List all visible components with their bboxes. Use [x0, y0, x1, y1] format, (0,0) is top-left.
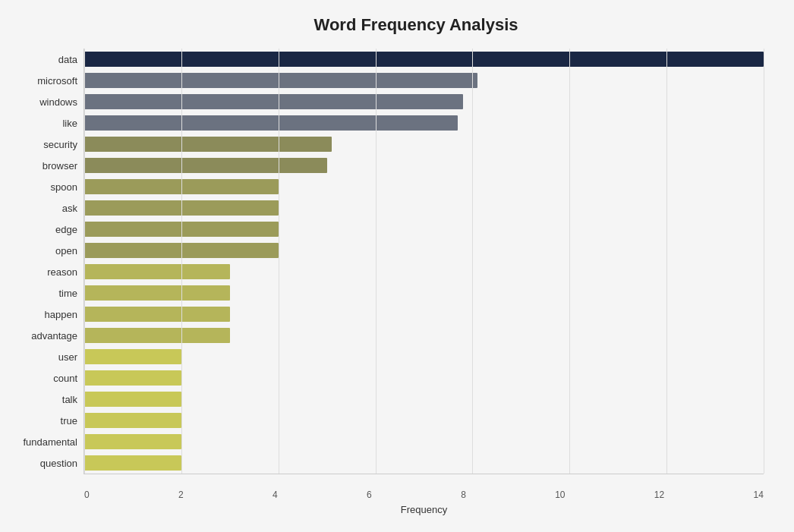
bar — [84, 392, 181, 407]
y-label: question — [40, 453, 77, 474]
bar — [84, 179, 279, 194]
grid-line — [764, 49, 764, 474]
bar-row — [84, 431, 764, 452]
bar-row — [84, 304, 764, 325]
y-label: edge — [55, 219, 77, 240]
y-label: user — [58, 347, 77, 368]
bar — [84, 52, 764, 67]
bar-row — [84, 219, 764, 240]
y-label: talk — [62, 389, 77, 411]
bar-row — [84, 70, 764, 91]
bar-row — [84, 134, 764, 155]
bar — [84, 137, 332, 152]
bar — [84, 328, 230, 343]
y-label: security — [43, 134, 77, 155]
bar-row — [84, 197, 764, 219]
bar-row — [84, 261, 764, 282]
bar-row — [84, 155, 764, 176]
plot-area: 02468101214Frequency — [83, 49, 764, 474]
chart-area: datamicrosoftwindowslikesecuritybrowsers… — [8, 49, 764, 474]
y-axis: datamicrosoftwindowslikesecuritybrowsers… — [8, 49, 83, 474]
bar-row — [84, 112, 764, 134]
bar-row — [84, 389, 764, 410]
bar — [84, 307, 230, 322]
y-label: time — [58, 283, 77, 304]
x-tick: 6 — [367, 490, 372, 500]
y-label: windows — [39, 91, 77, 112]
y-label: like — [62, 112, 77, 134]
y-label: data — [58, 49, 77, 70]
bar-row — [84, 325, 764, 346]
bar — [84, 243, 279, 258]
bar — [84, 222, 279, 237]
y-label: reason — [47, 261, 77, 282]
x-tick: 12 — [654, 490, 664, 500]
bar-row — [84, 240, 764, 261]
y-label: open — [55, 240, 77, 261]
bar — [84, 349, 181, 364]
y-label: microsoft — [37, 70, 77, 91]
y-label: fundamental — [23, 432, 77, 453]
bar-row — [84, 346, 764, 367]
y-label: ask — [62, 197, 77, 219]
x-tick: 8 — [461, 490, 466, 500]
x-tick: 10 — [555, 490, 565, 500]
x-tick: 4 — [273, 490, 278, 500]
y-label: true — [61, 411, 77, 432]
bar — [84, 73, 477, 88]
bar-row — [84, 49, 764, 70]
bar — [84, 264, 230, 279]
bar-row — [84, 176, 764, 197]
y-label: happen — [45, 304, 77, 326]
bar-row — [84, 452, 764, 474]
y-label: browser — [43, 155, 77, 176]
y-label: advantage — [31, 326, 77, 347]
bar — [84, 115, 458, 131]
bar-row — [84, 91, 764, 112]
x-axis-label: Frequency — [401, 504, 447, 515]
bar — [84, 434, 181, 449]
y-label: spoon — [51, 176, 77, 197]
chart-container: Word Frequency Analysis datamicrosoftwin… — [0, 0, 794, 532]
bar-row — [84, 282, 764, 304]
y-label: count — [53, 368, 77, 389]
bar — [84, 158, 327, 173]
bar-row — [84, 410, 764, 431]
chart-title: Word Frequency Analysis — [68, 15, 764, 35]
x-tick: 2 — [178, 490, 184, 500]
x-tick: 14 — [754, 490, 764, 500]
bar — [84, 94, 463, 109]
x-tick: 0 — [84, 490, 90, 500]
bar-row — [84, 367, 764, 389]
bar — [84, 455, 181, 471]
x-axis: 02468101214 — [84, 490, 764, 500]
bar — [84, 370, 181, 386]
bar — [84, 200, 279, 216]
bar — [84, 285, 230, 301]
bar — [84, 413, 181, 428]
